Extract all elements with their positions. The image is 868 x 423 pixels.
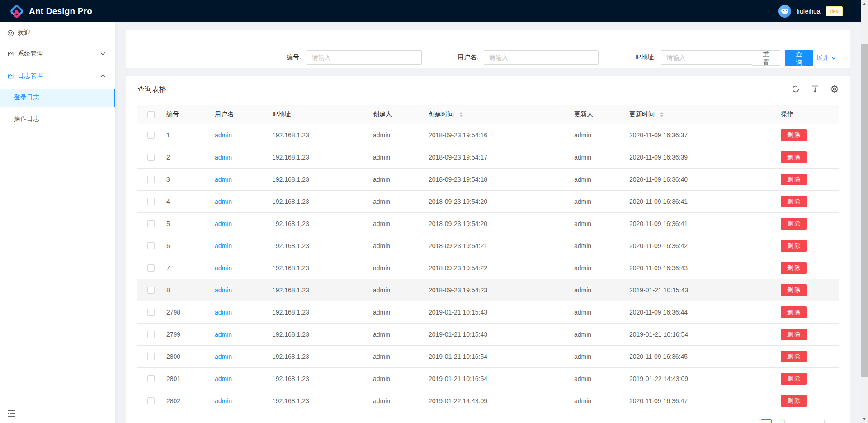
username-link[interactable]: admin bbox=[215, 397, 232, 404]
username-link[interactable]: admin bbox=[215, 220, 232, 227]
chevron-up-icon bbox=[100, 74, 105, 78]
delete-button[interactable]: 删 除 bbox=[781, 240, 807, 252]
cell-ip: 192.168.1.23 bbox=[271, 168, 372, 190]
cell-ip: 192.168.1.23 bbox=[271, 367, 372, 390]
sidebar-item-login-log[interactable]: 登录日志 bbox=[0, 89, 115, 107]
cell-ip: 192.168.1.23 bbox=[271, 345, 372, 367]
cell-creator: admin bbox=[372, 168, 428, 190]
row-checkbox[interactable] bbox=[147, 287, 155, 294]
id-input[interactable] bbox=[307, 50, 422, 65]
cell-updater: admin bbox=[573, 124, 628, 146]
column-header-update-time[interactable]: 更新时间 bbox=[628, 105, 780, 124]
sidebar-item-log-management[interactable]: 日志管理 bbox=[0, 67, 115, 85]
delete-button[interactable]: 删 除 bbox=[781, 151, 807, 163]
settings-gear-icon[interactable] bbox=[830, 85, 839, 93]
username-link[interactable]: admin bbox=[215, 132, 232, 139]
table-row: 2 admin 192.168.1.23 admin 2018-09-23 19… bbox=[137, 146, 839, 168]
cell-id: 2798 bbox=[165, 301, 214, 323]
username-link[interactable]: admin bbox=[215, 154, 232, 161]
row-checkbox[interactable] bbox=[147, 353, 155, 360]
row-checkbox[interactable] bbox=[147, 264, 155, 272]
username-input[interactable] bbox=[484, 50, 599, 65]
expand-link[interactable]: 展开 bbox=[816, 54, 836, 62]
delete-button[interactable]: 删 除 bbox=[781, 395, 807, 407]
pagination-active-page-button[interactable] bbox=[761, 419, 772, 423]
scrollbar-up-arrow-icon[interactable] bbox=[863, 3, 866, 5]
row-checkbox[interactable] bbox=[147, 220, 155, 227]
cell-id: 5 bbox=[165, 212, 214, 235]
sidebar-item-operation-log[interactable]: 操作日志 bbox=[0, 110, 115, 128]
username-link[interactable]: admin bbox=[215, 242, 232, 249]
reload-icon[interactable] bbox=[792, 85, 800, 93]
sidebar-item-label: 系统管理 bbox=[18, 50, 43, 58]
username-link[interactable]: admin bbox=[215, 331, 232, 338]
query-button[interactable]: 查 询 bbox=[785, 50, 813, 66]
menu-fold-icon[interactable] bbox=[8, 410, 15, 417]
select-all-checkbox[interactable] bbox=[147, 111, 155, 118]
column-header-updater: 更新人 bbox=[573, 105, 628, 124]
table-row: 2800 admin 192.168.1.23 admin 2019-01-21… bbox=[137, 345, 839, 367]
delete-button[interactable]: 删 除 bbox=[781, 174, 807, 185]
pagination-page-size-select[interactable] bbox=[784, 420, 825, 423]
delete-button[interactable]: 删 除 bbox=[781, 262, 807, 274]
column-header-creator: 创建人 bbox=[372, 105, 428, 124]
username-link[interactable]: admin bbox=[215, 264, 232, 272]
row-checkbox[interactable] bbox=[147, 198, 155, 205]
density-icon[interactable] bbox=[811, 85, 819, 93]
row-checkbox[interactable] bbox=[147, 132, 155, 139]
username-link[interactable]: admin bbox=[215, 309, 232, 316]
row-checkbox[interactable] bbox=[147, 309, 155, 316]
cell-ip: 192.168.1.23 bbox=[271, 235, 372, 257]
row-checkbox[interactable] bbox=[147, 331, 155, 338]
username-link[interactable]: admin bbox=[215, 375, 232, 382]
row-checkbox[interactable] bbox=[147, 397, 155, 404]
cell-ip: 192.168.1.23 bbox=[271, 190, 372, 212]
user-avatar[interactable] bbox=[778, 5, 791, 18]
delete-button[interactable]: 删 除 bbox=[781, 351, 807, 362]
sort-carets-icon[interactable] bbox=[660, 112, 664, 117]
username-link[interactable]: admin bbox=[215, 176, 232, 183]
row-checkbox[interactable] bbox=[147, 176, 155, 183]
user-name[interactable]: liufeihua bbox=[797, 8, 820, 15]
table-row: 5 admin 192.168.1.23 admin 2018-09-23 19… bbox=[137, 212, 839, 235]
cell-id: 4 bbox=[165, 190, 214, 212]
username-link[interactable]: admin bbox=[215, 287, 232, 294]
delete-button[interactable]: 删 除 bbox=[781, 284, 807, 296]
cell-creator: admin bbox=[372, 212, 428, 235]
sidebar-item-welcome[interactable]: 欢迎 bbox=[0, 24, 115, 42]
row-checkbox[interactable] bbox=[147, 375, 155, 382]
sidebar-item-system-management[interactable]: 系统管理 bbox=[0, 45, 115, 63]
cell-ip: 192.168.1.23 bbox=[271, 279, 372, 301]
sidebar-item-label: 欢迎 bbox=[18, 29, 30, 37]
ip-field-label: IP地址: bbox=[635, 53, 656, 61]
row-checkbox[interactable] bbox=[147, 242, 155, 249]
row-checkbox[interactable] bbox=[147, 154, 155, 161]
delete-button[interactable]: 删 除 bbox=[781, 373, 807, 385]
cell-create-time: 2019-01-21 10:15:43 bbox=[428, 301, 573, 323]
username-link[interactable]: admin bbox=[215, 198, 232, 205]
app-logo[interactable]: Ant Design Pro bbox=[0, 5, 92, 18]
table-row: 3 admin 192.168.1.23 admin 2018-09-23 19… bbox=[137, 168, 839, 190]
cell-ip: 192.168.1.23 bbox=[271, 301, 372, 323]
sidebar-footer bbox=[0, 404, 115, 423]
form-item-id: 编号: bbox=[287, 50, 422, 65]
table-row: 6 admin 192.168.1.23 admin 2018-09-23 19… bbox=[137, 235, 839, 257]
delete-button[interactable]: 删 除 bbox=[781, 129, 807, 141]
delete-button[interactable]: 删 除 bbox=[781, 218, 807, 230]
scrollbar-thumb[interactable] bbox=[861, 44, 868, 377]
app-header: Ant Design Pro liufeihua dev bbox=[0, 0, 861, 22]
column-header-id: 编号 bbox=[165, 105, 214, 124]
sort-carets-icon[interactable] bbox=[459, 112, 463, 117]
delete-button[interactable]: 删 除 bbox=[781, 329, 807, 340]
username-link[interactable]: admin bbox=[215, 353, 232, 360]
cell-create-time: 2019-01-21 10:16:54 bbox=[428, 345, 573, 367]
reset-button[interactable]: 重 置 bbox=[752, 50, 780, 66]
delete-button[interactable]: 删 除 bbox=[781, 196, 807, 207]
cell-updater: admin bbox=[573, 257, 628, 279]
scrollbar-down-arrow-icon[interactable] bbox=[863, 418, 866, 420]
column-header-create-time[interactable]: 创建时间 bbox=[428, 105, 573, 124]
vertical-scrollbar[interactable] bbox=[861, 0, 868, 423]
delete-button[interactable]: 删 除 bbox=[781, 306, 807, 318]
cell-update-time: 2020-11-09 16:36:47 bbox=[628, 390, 780, 412]
cell-updater: admin bbox=[573, 367, 628, 390]
